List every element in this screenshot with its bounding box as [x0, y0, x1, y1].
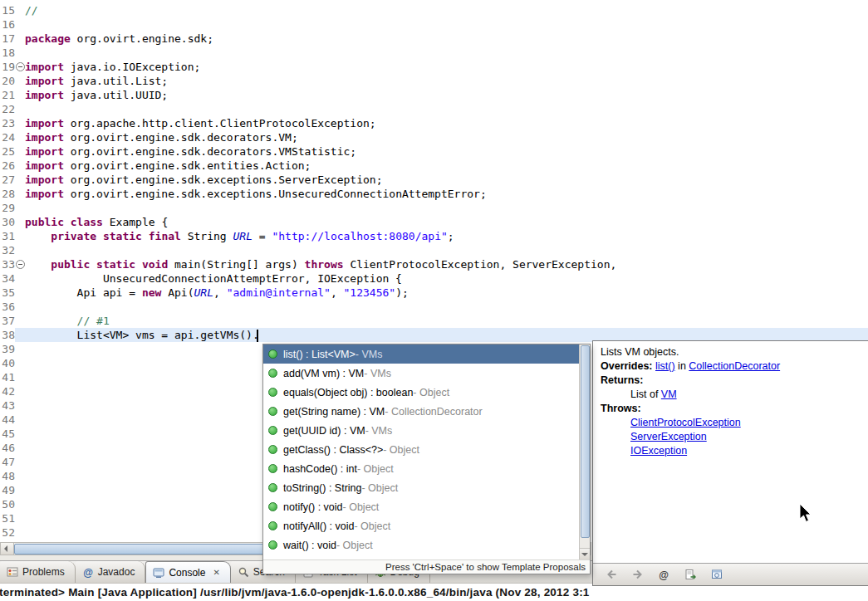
line-number: 22 — [0, 102, 15, 116]
line-number: 42 — [0, 384, 15, 398]
completion-item[interactable]: equals(Object obj) : boolean - Object — [263, 383, 579, 402]
completion-context: - Object — [343, 501, 380, 513]
line-number: 44 — [0, 413, 15, 427]
code-line[interactable]: 33 public static void main(String[] args… — [0, 257, 868, 271]
code-line[interactable]: 29 — [0, 201, 868, 215]
close-icon[interactable]: ✕ — [213, 568, 219, 577]
code-line[interactable]: 26import org.ovirt.engine.sdk.entities.A… — [0, 159, 868, 173]
code-line[interactable]: 24import org.ovirt.engine.sdk.decorators… — [0, 130, 868, 144]
fold-column — [15, 469, 25, 483]
code-text: import org.ovirt.engine.sdk.entities.Act… — [25, 159, 868, 173]
code-line[interactable]: 31 private static final String URL = "ht… — [0, 229, 868, 243]
completion-item[interactable]: notifyAll() : void - Object — [263, 516, 579, 535]
public-method-icon — [268, 426, 277, 435]
code-line[interactable]: 27import org.ovirt.engine.sdk.exceptions… — [0, 173, 868, 187]
code-text: import org.ovirt.engine.sdk.decorators.V… — [25, 144, 868, 159]
completion-scrollbar[interactable] — [579, 344, 590, 559]
fold-column — [15, 243, 25, 257]
public-method-icon — [268, 349, 277, 359]
code-line[interactable]: 20import java.util.List; — [0, 74, 868, 88]
javadoc-toolbar: @ — [593, 563, 868, 585]
javadoc-link[interactable]: IOException — [630, 445, 687, 457]
code-text — [25, 46, 868, 60]
show-in-javadoc-view-icon[interactable] — [684, 569, 698, 580]
tab-console[interactable]: Console✕ — [145, 561, 230, 583]
collapse-fold-icon[interactable] — [16, 62, 25, 71]
code-line[interactable]: 28import org.ovirt.engine.sdk.exceptions… — [0, 187, 868, 201]
throws-line: ClientProtocolException — [601, 416, 861, 430]
javadoc-link-list[interactable]: list() — [655, 360, 675, 372]
forward-icon[interactable] — [631, 569, 645, 580]
completion-footer: Press 'Ctrl+Space' to show Template Prop… — [263, 559, 590, 574]
public-method-icon — [268, 483, 277, 492]
line-number: 33 — [0, 257, 15, 271]
vscrollbar-thumb[interactable] — [581, 345, 590, 538]
fold-column — [15, 88, 25, 102]
fold-column — [15, 497, 25, 511]
line-number: 24 — [0, 130, 15, 144]
javadoc-link-collectiondecorator[interactable]: CollectionDecorator — [689, 360, 780, 372]
code-line[interactable]: 16 — [0, 17, 868, 32]
javadoc-link-vm[interactable]: VM — [661, 388, 677, 400]
open-in-browser-icon[interactable] — [711, 569, 724, 580]
code-line[interactable]: 17package org.ovirt.engine.sdk; — [0, 32, 868, 46]
completion-signature: hashCode() : int — [283, 463, 357, 475]
at-icon[interactable]: @ — [658, 569, 671, 580]
completion-item[interactable]: get(String name) : VM - CollectionDecora… — [263, 402, 579, 421]
fold-column — [15, 356, 25, 370]
throws-label-line: Throws: — [601, 402, 861, 416]
line-number: 52 — [0, 525, 15, 540]
completion-item[interactable]: wait() : void - Object — [263, 535, 579, 555]
fold-column — [15, 17, 25, 32]
public-method-icon — [268, 521, 277, 530]
scroll-down-arrow-icon[interactable] — [580, 548, 590, 559]
code-line[interactable]: 22 — [0, 102, 868, 116]
code-text: public class Example { — [25, 215, 868, 229]
code-line[interactable]: 36 — [0, 300, 868, 314]
code-text: private static final String URL = "http:… — [25, 229, 868, 243]
code-line[interactable]: 19import java.io.IOException; — [0, 60, 868, 74]
back-icon[interactable] — [605, 569, 618, 580]
code-line[interactable]: 15// — [0, 3, 868, 17]
fold-column — [15, 116, 25, 130]
completion-item[interactable]: list() : List<VM> - VMs — [263, 344, 579, 364]
code-line[interactable]: 35 Api api = new Api(URL, "admin@interna… — [0, 286, 868, 300]
line-number: 19 — [0, 60, 15, 74]
completion-item[interactable]: getClass() : Class<?> - Object — [263, 440, 579, 459]
line-number: 15 — [0, 3, 15, 17]
code-line[interactable]: 34 UnsecuredConnectionAttemptError, IOEx… — [0, 271, 868, 286]
line-number: 32 — [0, 243, 15, 257]
code-line[interactable]: 25import org.ovirt.engine.sdk.decorators… — [0, 144, 868, 159]
code-text — [25, 300, 868, 314]
code-line[interactable]: 37 // #1 — [0, 314, 868, 328]
completion-item[interactable]: add(VM vm) : VM - VMs — [263, 364, 579, 383]
javadoc-link[interactable]: ServerException — [630, 431, 707, 442]
completion-context: - Object — [413, 387, 449, 398]
tab-label: Console — [169, 567, 205, 579]
scroll-left-arrow-icon[interactable] — [1, 543, 14, 555]
javadoc-overrides-line: Overrides: list() in CollectionDecorator — [601, 359, 861, 374]
overrides-infix: in — [678, 360, 686, 372]
line-number: 48 — [0, 469, 15, 483]
completion-item[interactable]: hashCode() : int - Object — [263, 459, 579, 478]
completion-item[interactable]: toString() : String - Object — [263, 478, 579, 497]
code-line[interactable]: 21import java.util.UUID; — [0, 88, 868, 102]
code-line[interactable]: 30public class Example { — [0, 215, 868, 229]
code-line[interactable]: 32 — [0, 243, 868, 257]
tab-label: Problems — [22, 566, 65, 578]
completion-context: - CollectionDecorator — [385, 406, 482, 418]
tab-problems[interactable]: Problems — [0, 561, 76, 583]
tab-label: Javadoc — [98, 566, 135, 578]
code-line[interactable]: 18 — [0, 46, 868, 60]
collapse-fold-icon[interactable] — [16, 260, 25, 269]
tab-javadoc[interactable]: @Javadoc — [76, 561, 146, 583]
javadoc-link[interactable]: ClientProtocolException — [630, 417, 741, 428]
fold-column — [15, 370, 25, 384]
completion-context: - Object — [336, 540, 373, 551]
completion-item[interactable]: notify() : void - Object — [263, 497, 579, 516]
fold-column — [15, 427, 25, 441]
fold-column — [15, 384, 25, 398]
code-line[interactable]: 23import org.apache.http.client.ClientPr… — [0, 116, 868, 130]
completion-item[interactable]: get(UUID id) : VM - VMs — [263, 421, 579, 440]
completion-signature: equals(Object obj) : boolean — [283, 387, 413, 398]
